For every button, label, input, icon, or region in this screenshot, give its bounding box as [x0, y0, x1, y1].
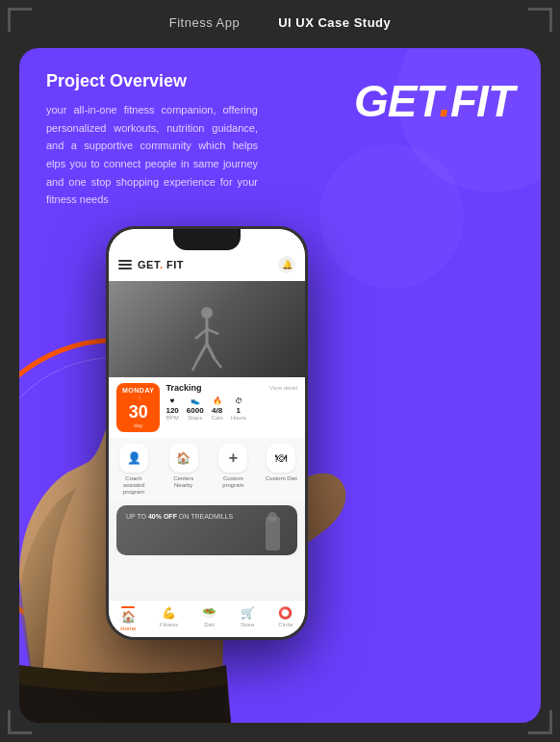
corner-decoration-bl	[0, 704, 38, 742]
custom-program-icon: +	[218, 444, 247, 473]
bpm-value: 120	[165, 406, 178, 415]
tracking-label: Tracking	[165, 383, 201, 393]
project-overview-text: your all-in-one fitness companion, offer…	[46, 101, 258, 209]
nav-diet[interactable]: 🥗 Diet	[202, 606, 216, 631]
hamburger-line-1	[118, 260, 132, 262]
nav-fitness[interactable]: 💪 Fitness	[160, 606, 178, 631]
header-case-study[interactable]: UI UX Case Study	[278, 15, 391, 30]
getfit-logo: GET.FIT	[354, 75, 514, 127]
hero-image	[109, 281, 305, 377]
svg-line-7	[215, 359, 221, 368]
svg-rect-8	[266, 517, 280, 550]
cals-value: 4/8	[212, 406, 223, 415]
circle-nav-label: Circle	[278, 622, 293, 627]
svg-line-3	[207, 329, 218, 334]
diet-icon: 🍽	[267, 444, 295, 473]
corner-decoration-br	[522, 704, 560, 742]
promo-banner[interactable]: UP TO 40% OFF ON TREADMILLS	[116, 505, 297, 555]
hours-value: 1	[231, 406, 246, 415]
hamburger-icon[interactable]	[118, 260, 132, 269]
action-coach[interactable]: 👤 Coach assisted program	[116, 444, 151, 497]
nav-store[interactable]: 🛒 Store	[241, 606, 255, 631]
custom-program-label: Custom program	[216, 475, 250, 489]
tracking-header: Tracking View detail	[165, 383, 297, 393]
corner-decoration-tl	[0, 0, 38, 38]
coach-icon: 👤	[119, 444, 148, 473]
bottom-nav: 🏠 Home 💪 Fitness 🥗 Diet 🛒 Store ⭕	[109, 600, 305, 637]
nav-home[interactable]: 🏠 Home	[120, 606, 136, 631]
corner-decoration-tr	[522, 0, 560, 38]
getfit-logo-text: GET.FIT	[354, 75, 514, 127]
heart-icon: ♥	[165, 397, 178, 405]
steps-icon: 👟	[187, 397, 204, 405]
running-figure	[188, 305, 226, 377]
logo-fit: FIT	[450, 76, 514, 126]
circle-nav-icon: ⭕	[278, 606, 293, 620]
store-nav-label: Store	[241, 622, 254, 627]
centers-icon: 🏠	[169, 444, 198, 473]
action-centers[interactable]: 🏠 Centers Nearby	[166, 444, 201, 497]
fitness-nav-label: Fitness	[160, 622, 178, 627]
phone-notch	[173, 229, 241, 250]
day-label: Monday	[122, 387, 154, 394]
home-nav-label: Home	[120, 626, 136, 631]
app-header-left: GET. FIT	[118, 259, 184, 270]
header-fitness-app[interactable]: Fitness App	[169, 15, 240, 30]
home-nav-icon: 🏠	[121, 610, 136, 624]
svg-line-2	[195, 329, 207, 339]
svg-line-5	[207, 344, 215, 359]
page-header: Fitness App UI UX Case Study	[0, 0, 560, 39]
bpm-label: BPM	[165, 415, 178, 421]
app-logo: GET. FIT	[138, 259, 184, 270]
store-nav-icon: 🛒	[241, 606, 255, 620]
promo-text: UP TO 40% OFF ON TREADMILLS	[126, 513, 288, 520]
diet-label: Custom Diet	[266, 475, 297, 482]
project-overview-section: Project Overview your all-in-one fitness…	[46, 71, 258, 209]
stat-steps: 👟 6000 Steps	[187, 397, 204, 421]
phone-screen: GET. FIT 🔔	[109, 229, 305, 637]
day-sub: day	[122, 422, 154, 428]
svg-line-6	[192, 361, 197, 371]
stat-bpm: ♥ 120 BPM	[165, 397, 178, 421]
logo-get: GET	[354, 76, 439, 126]
centers-label: Centers Nearby	[166, 475, 201, 489]
phone-mockup: GET. FIT 🔔	[106, 226, 308, 640]
tracking-section: Monday 〈 30 day Tracking View detail ♥ 1…	[109, 377, 305, 438]
main-card: Project Overview your all-in-one fitness…	[19, 48, 541, 723]
bell-icon[interactable]: 🔔	[278, 256, 295, 273]
stat-hours: ⏱ 1 Hours	[231, 397, 246, 421]
nav-circle[interactable]: ⭕ Circle	[278, 606, 293, 631]
cals-label: Cals	[212, 415, 223, 421]
svg-line-4	[197, 344, 207, 361]
steps-label: Steps	[187, 415, 204, 421]
stat-cals: 🔥 4/8 Cals	[212, 397, 223, 421]
day-number: 30	[122, 403, 154, 422]
coach-label: Coach assisted program	[116, 475, 151, 497]
diet-nav-icon: 🥗	[202, 606, 216, 620]
monday-box: Monday 〈 30 day	[116, 383, 160, 432]
promo-discount: 40% OFF	[148, 513, 177, 520]
fitness-nav-icon: 💪	[162, 606, 176, 620]
project-overview-title: Project Overview	[46, 71, 258, 91]
action-diet[interactable]: 🍽 Custom Diet	[266, 444, 297, 497]
hours-label: Hours	[231, 415, 246, 421]
tracking-right: Tracking View detail ♥ 120 BPM 👟 6000 St…	[165, 383, 297, 421]
cals-icon: 🔥	[212, 397, 223, 405]
steps-value: 6000	[187, 406, 204, 415]
hamburger-line-2	[118, 264, 132, 266]
action-custom-program[interactable]: + Custom program	[216, 444, 250, 497]
svg-point-0	[201, 307, 213, 319]
hours-icon: ⏱	[231, 397, 246, 405]
tracking-stats: ♥ 120 BPM 👟 6000 Steps 🔥 4/8 Cals	[165, 397, 297, 421]
logo-dot: .	[439, 76, 450, 126]
hamburger-line-3	[118, 268, 132, 269]
nav-active-dot	[121, 606, 135, 608]
diet-nav-label: Diet	[204, 622, 215, 627]
view-detail[interactable]: View detail	[269, 385, 297, 391]
quick-actions: 👤 Coach assisted program 🏠 Centers Nearb…	[109, 438, 305, 502]
